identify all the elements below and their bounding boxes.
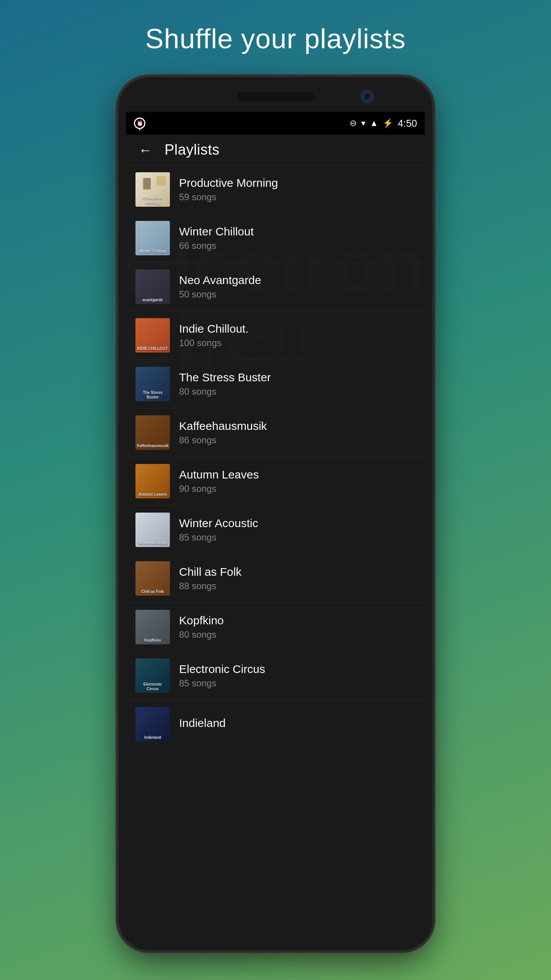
playlist-item[interactable]: KaffeehausmusikKaffeehausmusik86 songs	[126, 408, 425, 457]
playlist-info: Electronic Circus85 songs	[179, 663, 416, 689]
thumbnail-label: Winter Acoustic	[137, 541, 168, 546]
playlist-song-count: 66 songs	[179, 240, 416, 251]
status-time: 4:50	[398, 118, 417, 129]
thumbnail-label: Electronic Circus	[137, 682, 168, 691]
playlist-song-count: 80 songs	[179, 386, 416, 397]
thumbnail-label: Autumn Leaves	[137, 492, 168, 497]
playlist-item[interactable]: Winter AcousticWinter Acoustic85 songs	[126, 506, 425, 554]
playlist-song-count: 50 songs	[179, 289, 416, 300]
playlist-song-count: 59 songs	[179, 192, 416, 203]
playlist-song-count: 80 songs	[179, 629, 416, 640]
toolbar-title: Playlists	[165, 142, 220, 158]
status-right: ⊖ ▾ ▲ ⚡ 4:50	[350, 118, 417, 129]
playlist-info: Indie Chillout.100 songs	[179, 322, 416, 348]
playlist-name: Productive Morning	[179, 176, 416, 189]
thumbnail-label: INDIE CHILLOUT.	[137, 346, 168, 351]
thumbnail-label: Indieland	[137, 735, 168, 740]
status-bar: ⏰ ⊖ ▾ ▲ ⚡ 4:50	[126, 112, 425, 135]
playlist-name: Chill as Folk	[179, 565, 416, 578]
playlist-info: Winter Chillout66 songs	[179, 225, 416, 251]
toolbar: ← Playlists	[126, 135, 425, 165]
wifi-icon: ▾	[361, 119, 365, 127]
playlist-item[interactable]: avantgardeNeo Avantgarde50 songs	[126, 263, 425, 311]
phone-device: ⏰ ⊖ ▾ ▲ ⚡ 4:50 ← Playlists Electroni	[119, 77, 432, 950]
playlist-item[interactable]: Electronic CircusElectronic Circus85 son…	[126, 652, 425, 700]
signal-icon: ▲	[370, 119, 378, 127]
playlist-name: Winter Acoustic	[179, 517, 416, 530]
playlist-thumbnail: INDIE CHILLOUT.	[135, 318, 170, 353]
playlist-name: Autumn Leaves	[179, 468, 416, 481]
playlist-thumbnail: Productive Morning	[135, 172, 170, 207]
playlist-info: Winter Acoustic85 songs	[179, 517, 416, 543]
playlist-item[interactable]: Winter ChilloutWinter Chillout66 songs	[126, 214, 425, 263]
thumbnail-label: The Stress Buster	[137, 390, 168, 400]
playlist-thumbnail: Indieland	[135, 707, 170, 742]
phone-screen: ⏰ ⊖ ▾ ▲ ⚡ 4:50 ← Playlists Electroni	[126, 112, 425, 916]
playlist-info: Autumn Leaves90 songs	[179, 468, 416, 494]
mute-icon: ⊖	[350, 119, 357, 127]
thumbnail-label: avantgarde	[137, 298, 168, 302]
playlist-name: Winter Chillout	[179, 225, 416, 238]
playlist-info: Kopfkino80 songs	[179, 614, 416, 640]
thumbnail-label: Kaffeehausmusik	[137, 444, 168, 448]
thumbnail-label: Kopfkino	[137, 638, 168, 643]
phone-frame: ⏰ ⊖ ▾ ▲ ⚡ 4:50 ← Playlists Electroni	[119, 77, 432, 950]
playlist-item[interactable]: Autumn LeavesAutumn Leaves90 songs	[126, 457, 425, 506]
playlist-name: Indie Chillout.	[179, 322, 416, 335]
playlist-info: Kaffeehausmusik86 songs	[179, 420, 416, 446]
playlist-item[interactable]: The Stress BusterThe Stress Buster80 son…	[126, 360, 425, 408]
status-left: ⏰	[134, 118, 145, 129]
playlist-name: Indieland	[179, 717, 416, 730]
playlist-name: The Stress Buster	[179, 371, 416, 384]
playlist-name: Kopfkino	[179, 614, 416, 627]
playlist-info: Indieland	[179, 717, 416, 732]
page-title: Shuffle your playlists	[145, 23, 406, 54]
phone-camera	[360, 89, 375, 104]
playlist-thumbnail: Autumn Leaves	[135, 464, 170, 498]
playlist-thumbnail: Chill as Folk	[135, 561, 170, 596]
playlist-song-count: 88 songs	[179, 581, 416, 591]
playlist-song-count: 85 songs	[179, 532, 416, 543]
playlist-info: The Stress Buster80 songs	[179, 371, 416, 397]
playlist-thumbnail: Electronic Circus	[135, 658, 170, 693]
playlist-item[interactable]: Productive MorningProductive Morning59 s…	[126, 165, 425, 214]
playlist-item[interactable]: INDIE CHILLOUT.Indie Chillout.100 songs	[126, 311, 425, 360]
playlist-name: Neo Avantgarde	[179, 274, 416, 287]
thumbnail-label: Winter Chillout	[137, 249, 168, 254]
playlist-thumbnail: avantgarde	[135, 270, 170, 304]
playlist-thumbnail: The Stress Buster	[135, 367, 170, 401]
playlist-info: Neo Avantgarde50 songs	[179, 274, 416, 300]
back-button[interactable]: ←	[135, 140, 155, 160]
phone-speaker	[237, 92, 314, 101]
playlist-thumbnail: Kaffeehausmusik	[135, 415, 170, 450]
playlist-song-count: 86 songs	[179, 435, 416, 446]
playlist-info: Productive Morning59 songs	[179, 176, 416, 203]
playlist-name: Kaffeehausmusik	[179, 420, 416, 433]
thumbnail-label: Productive Morning	[137, 196, 168, 205]
alarm-icon: ⏰	[134, 118, 145, 129]
thumbnail-label: Chill as Folk	[137, 590, 168, 594]
playlist-thumbnail: Kopfkino	[135, 610, 170, 644]
playlist-item[interactable]: Chill as FolkChill as Folk88 songs	[126, 554, 425, 603]
playlist-song-count: 100 songs	[179, 338, 416, 348]
playlist-item[interactable]: KopfkinoKopfkino80 songs	[126, 603, 425, 652]
battery-icon: ⚡	[383, 119, 393, 127]
playlist-song-count: 85 songs	[179, 678, 416, 689]
playlist-list: Productive MorningProductive Morning59 s…	[126, 165, 425, 916]
playlist-song-count: 90 songs	[179, 483, 416, 494]
playlist-name: Electronic Circus	[179, 663, 416, 676]
playlist-info: Chill as Folk88 songs	[179, 565, 416, 591]
playlist-thumbnail: Winter Chillout	[135, 221, 170, 255]
playlist-item[interactable]: IndielandIndieland	[126, 700, 425, 749]
playlist-thumbnail: Winter Acoustic	[135, 513, 170, 547]
